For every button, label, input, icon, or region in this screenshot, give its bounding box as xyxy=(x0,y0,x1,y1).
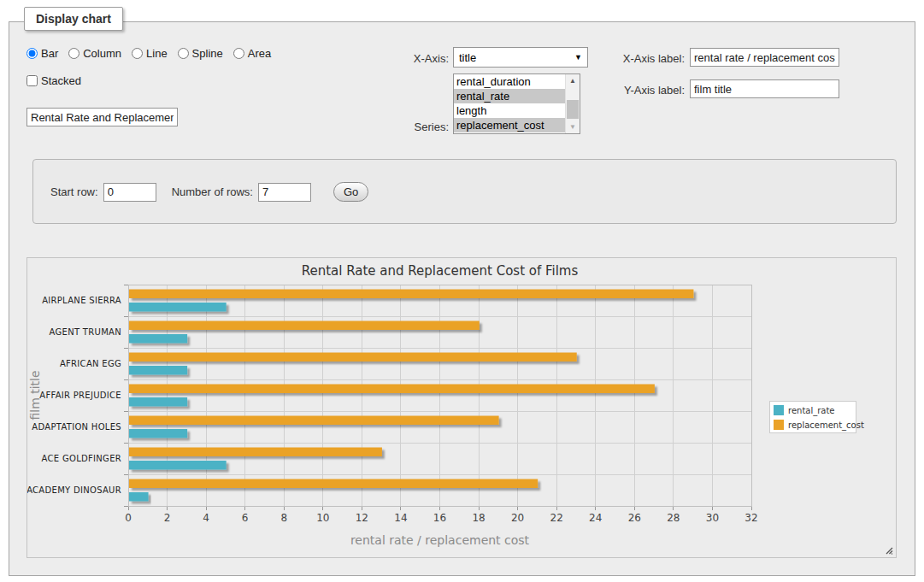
chart-title: Rental Rate and Replacement Cost of Film… xyxy=(302,263,579,279)
chart-type-option-label: Area xyxy=(248,47,271,60)
x-tick-label: 10 xyxy=(316,512,329,524)
start-row-label: Start row: xyxy=(50,185,98,198)
page: Display chart BarColumnLineSplineArea St… xyxy=(0,0,924,582)
chart-type-option-label: Line xyxy=(146,47,168,60)
chart-type-option-bar[interactable]: Bar xyxy=(26,47,58,60)
chart-xaxis-label: rental rate / replacement cost xyxy=(350,533,530,547)
bar-rental_rate xyxy=(129,366,187,375)
xaxis-label: X-Axis: xyxy=(377,52,449,65)
bar-rental_rate xyxy=(129,429,187,438)
y-category-label: AFRICAN EGG xyxy=(60,359,121,368)
y-category-label: AFFAIR PREJUDICE xyxy=(39,391,121,400)
bar-rental_rate xyxy=(129,461,227,470)
start-row-input[interactable] xyxy=(103,183,156,202)
chart-type-option-label: Spline xyxy=(192,47,223,60)
x-tick-label: 12 xyxy=(356,512,368,524)
go-button[interactable]: Go xyxy=(333,182,368,202)
yaxis-label-field-label: Y-Axis label: xyxy=(548,84,685,97)
chart-type-radio-column[interactable] xyxy=(68,48,79,59)
legend-label-replacement_cost: replacement_cost xyxy=(788,420,864,431)
stacked-checkbox[interactable] xyxy=(26,75,38,86)
yaxis-label-input[interactable] xyxy=(690,79,839,98)
chart-type-radios: BarColumnLineSplineArea xyxy=(26,47,271,60)
pager-row: Start row: Number of rows: Go xyxy=(50,182,368,202)
x-tick-label: 28 xyxy=(667,512,680,524)
scrollbar-thumb[interactable] xyxy=(567,100,579,119)
x-tick-label: 20 xyxy=(511,512,524,524)
chart-type-radio-bar[interactable] xyxy=(26,48,38,59)
x-tick-label: 2 xyxy=(164,512,171,524)
xaxis-label-input[interactable] xyxy=(690,48,839,67)
bar-rental_rate xyxy=(129,492,149,502)
bar-replacement_cost xyxy=(129,353,577,362)
chart-svg: 02468101214161820222426283032AIRPLANE SI… xyxy=(27,258,896,557)
series-option-length[interactable]: length xyxy=(454,103,565,118)
chart-type-option-column[interactable]: Column xyxy=(68,47,121,60)
x-tick-label: 26 xyxy=(628,512,641,524)
bar-rental_rate xyxy=(129,334,187,344)
x-tick-label: 14 xyxy=(394,512,407,524)
row-range-panel: Start row: Number of rows: Go xyxy=(32,159,897,224)
series-option-replacement_cost[interactable]: replacement_cost xyxy=(454,118,565,132)
x-tick-label: 16 xyxy=(433,512,446,524)
num-rows-input[interactable] xyxy=(258,183,311,202)
y-category-label: AIRPLANE SIERRA xyxy=(42,296,121,305)
x-tick-label: 6 xyxy=(242,512,249,524)
x-tick-label: 18 xyxy=(472,512,485,524)
y-category-label: AGENT TRUMAN xyxy=(50,327,121,337)
chart-container: 02468101214161820222426283032AIRPLANE SI… xyxy=(26,257,897,558)
resize-handle-icon[interactable] xyxy=(884,545,894,556)
display-chart-fieldset: BarColumnLineSplineArea Stacked X-Axis: … xyxy=(9,21,915,576)
x-tick-label: 8 xyxy=(280,512,287,524)
chart-type-option-area[interactable]: Area xyxy=(233,47,271,60)
scroll-down-icon[interactable]: ▼ xyxy=(566,121,580,133)
x-tick-label: 24 xyxy=(589,512,602,524)
bar-replacement_cost xyxy=(129,385,655,394)
x-tick-label: 4 xyxy=(203,512,209,524)
chart-yaxis-label: film title xyxy=(28,370,42,420)
y-category-label: ACE GOLDFINGER xyxy=(42,454,121,463)
bar-replacement_cost xyxy=(129,321,480,331)
xaxis-label-field-label: X-Axis label: xyxy=(548,52,685,65)
chart-type-option-spline[interactable]: Spline xyxy=(178,47,223,60)
chart-type-option-label: Bar xyxy=(41,47,58,60)
y-category-label: ACADEMY DINOSAUR xyxy=(27,485,121,495)
y-category-label: ADAPTATION HOLES xyxy=(32,422,121,432)
legend-swatch-replacement_cost xyxy=(774,420,784,430)
chart-legend: rental_ratereplacement_cost xyxy=(769,401,864,432)
num-rows-label: Number of rows: xyxy=(172,185,253,198)
fieldset-legend: Display chart xyxy=(24,7,123,31)
x-tick-label: 22 xyxy=(550,512,563,524)
x-tick-label: 30 xyxy=(706,512,719,524)
chart-type-option-label: Column xyxy=(83,47,121,60)
chart-title-input[interactable] xyxy=(26,108,178,126)
x-tick-label: 32 xyxy=(744,512,757,524)
stacked-label: Stacked xyxy=(41,74,81,87)
chart-type-radio-spline[interactable] xyxy=(178,48,189,59)
chart-type-option-line[interactable]: Line xyxy=(132,47,168,60)
bar-replacement_cost xyxy=(129,290,693,299)
bar-replacement_cost xyxy=(129,479,538,489)
x-tick-label: 0 xyxy=(125,512,132,524)
series-listbox[interactable]: rental_durationrental_ratelengthreplacem… xyxy=(453,73,580,134)
legend-label-rental_rate: rental_rate xyxy=(788,406,835,416)
chart-type-radio-area[interactable] xyxy=(233,48,244,59)
bar-rental_rate xyxy=(129,397,187,407)
stacked-checkbox-group[interactable]: Stacked xyxy=(26,74,81,87)
bar-replacement_cost xyxy=(129,416,499,426)
bar-rental_rate xyxy=(129,303,227,312)
legend-swatch-rental_rate xyxy=(774,405,784,415)
series-label: Series: xyxy=(377,121,449,133)
bar-replacement_cost xyxy=(129,448,382,457)
bar-chart: 02468101214161820222426283032AIRPLANE SI… xyxy=(27,258,896,561)
chart-type-radio-line[interactable] xyxy=(132,48,143,59)
